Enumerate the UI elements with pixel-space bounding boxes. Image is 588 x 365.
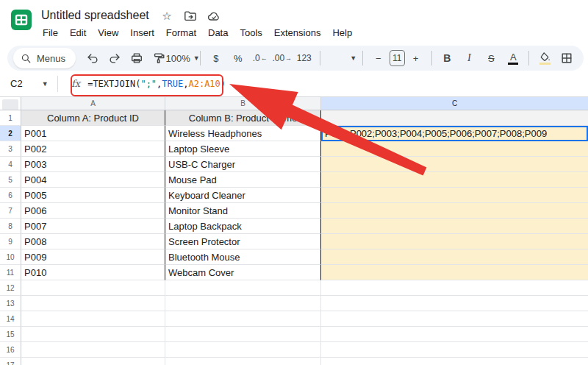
- fill-color-button[interactable]: [535, 49, 554, 68]
- cell-C2[interactable]: P001;P002;P003;P004;P005;P006;P007;P008;…: [321, 126, 588, 141]
- cell-B11[interactable]: Webcam Cover: [165, 265, 321, 280]
- cell-A2[interactable]: P001: [21, 126, 165, 141]
- cell-A1[interactable]: Column A: Product ID: [21, 110, 165, 126]
- cell-A5[interactable]: P004: [21, 172, 165, 188]
- text-color-button[interactable]: A: [503, 49, 523, 68]
- cell-B3[interactable]: Laptop Sleeve: [165, 141, 321, 157]
- cell-C6[interactable]: [321, 188, 588, 203]
- format-percent-button[interactable]: %: [229, 49, 248, 68]
- cell-A10[interactable]: P009: [21, 249, 165, 265]
- cell-B8[interactable]: Laptop Backpack: [165, 219, 321, 234]
- menu-item-view[interactable]: View: [92, 26, 124, 40]
- redo-button[interactable]: [105, 49, 124, 68]
- cell-A11[interactable]: P010: [21, 265, 165, 280]
- menu-item-help[interactable]: Help: [326, 26, 358, 40]
- undo-button[interactable]: [83, 49, 102, 68]
- name-box[interactable]: C2 ▼: [0, 78, 57, 89]
- row-header-9[interactable]: 9: [0, 234, 21, 249]
- cell-C15[interactable]: [321, 327, 588, 342]
- format-currency-button[interactable]: $: [207, 49, 226, 68]
- row-header-6[interactable]: 6: [0, 188, 21, 203]
- menu-item-file[interactable]: File: [37, 26, 64, 40]
- cell-B5[interactable]: Mouse Pad: [165, 172, 321, 188]
- menu-item-data[interactable]: Data: [202, 26, 234, 40]
- cell-C16[interactable]: [321, 342, 588, 358]
- cell-B16[interactable]: [165, 342, 321, 358]
- row-header-10[interactable]: 10: [0, 249, 21, 265]
- column-header-C[interactable]: C: [321, 97, 588, 110]
- row-header-1[interactable]: 1: [0, 110, 21, 126]
- menu-item-edit[interactable]: Edit: [64, 26, 92, 40]
- menus-search-button[interactable]: Menus: [13, 48, 76, 68]
- cell-B4[interactable]: USB-C Charger: [165, 157, 321, 172]
- cell-C4[interactable]: [321, 157, 588, 172]
- cell-C11[interactable]: [321, 265, 588, 280]
- column-header-A[interactable]: A: [21, 97, 165, 110]
- cell-A17[interactable]: [21, 358, 165, 365]
- menu-item-insert[interactable]: Insert: [124, 26, 160, 40]
- move-folder-icon[interactable]: [184, 10, 197, 23]
- increase-decimal-button[interactable]: .00→: [273, 49, 292, 68]
- formula-input[interactable]: =TEXTJOIN(";",TRUE,A2:A10): [87, 79, 226, 89]
- row-header-16[interactable]: 16: [0, 342, 21, 358]
- decrease-font-size-button[interactable]: −: [369, 49, 388, 68]
- cell-A15[interactable]: [21, 327, 165, 342]
- cell-B1[interactable]: Column B: Product Name: [165, 110, 321, 126]
- cell-A8[interactable]: P007: [21, 219, 165, 234]
- font-size-input[interactable]: 11: [390, 50, 405, 66]
- cell-C7[interactable]: [321, 203, 588, 219]
- borders-button[interactable]: [557, 49, 576, 68]
- menu-item-extensions[interactable]: Extensions: [268, 26, 327, 40]
- italic-button[interactable]: I: [459, 49, 478, 68]
- row-header-8[interactable]: 8: [0, 219, 21, 234]
- cell-B12[interactable]: [165, 280, 321, 296]
- cell-B10[interactable]: Bluetooth Mouse: [165, 249, 321, 265]
- cell-C10[interactable]: [321, 249, 588, 265]
- cell-C8[interactable]: [321, 219, 588, 234]
- cell-C9[interactable]: [321, 234, 588, 249]
- cell-A13[interactable]: [21, 296, 165, 311]
- cell-B15[interactable]: [165, 327, 321, 342]
- cell-B14[interactable]: [165, 311, 321, 327]
- zoom-select[interactable]: 100% ▼: [171, 49, 194, 68]
- cell-C13[interactable]: [321, 296, 588, 311]
- row-header-15[interactable]: 15: [0, 327, 21, 342]
- row-header-2[interactable]: 2: [0, 126, 21, 141]
- strikethrough-button[interactable]: S: [481, 49, 501, 68]
- cell-C14[interactable]: [321, 311, 588, 327]
- cell-A3[interactable]: P002: [21, 141, 165, 157]
- cloud-status-icon[interactable]: [207, 10, 220, 23]
- cell-B7[interactable]: Monitor Stand: [165, 203, 321, 219]
- cell-B13[interactable]: [165, 296, 321, 311]
- cell-A14[interactable]: [21, 311, 165, 327]
- row-header-13[interactable]: 13: [0, 296, 21, 311]
- row-header-12[interactable]: 12: [0, 280, 21, 296]
- cell-A9[interactable]: P008: [21, 234, 165, 249]
- row-header-7[interactable]: 7: [0, 203, 21, 219]
- cell-A4[interactable]: P003: [21, 157, 165, 172]
- select-all-corner[interactable]: [0, 97, 21, 110]
- row-header-14[interactable]: 14: [0, 311, 21, 327]
- cell-C5[interactable]: [321, 172, 588, 188]
- row-header-5[interactable]: 5: [0, 172, 21, 188]
- sheets-logo-icon[interactable]: [10, 9, 32, 31]
- cell-A12[interactable]: [21, 280, 165, 296]
- cell-C12[interactable]: [321, 280, 588, 296]
- cell-C3[interactable]: [321, 141, 588, 157]
- cell-A16[interactable]: [21, 342, 165, 358]
- row-header-4[interactable]: 4: [0, 157, 21, 172]
- spreadsheet-title[interactable]: Untitled spreadsheet: [41, 9, 149, 22]
- decrease-decimal-button[interactable]: .0←: [251, 49, 270, 68]
- cell-A6[interactable]: P005: [21, 188, 165, 203]
- star-icon[interactable]: ☆: [160, 10, 173, 23]
- menu-item-tools[interactable]: Tools: [234, 26, 268, 40]
- font-family-select[interactable]: ▼: [326, 49, 356, 68]
- cell-C17[interactable]: [321, 358, 588, 365]
- row-header-3[interactable]: 3: [0, 141, 21, 157]
- row-header-17[interactable]: 17: [0, 358, 21, 365]
- more-formats-button[interactable]: 123: [295, 49, 314, 68]
- cell-B6[interactable]: Keyboard Cleaner: [165, 188, 321, 203]
- bold-button[interactable]: B: [437, 49, 456, 68]
- increase-font-size-button[interactable]: +: [406, 49, 426, 68]
- cell-C1[interactable]: [321, 110, 588, 126]
